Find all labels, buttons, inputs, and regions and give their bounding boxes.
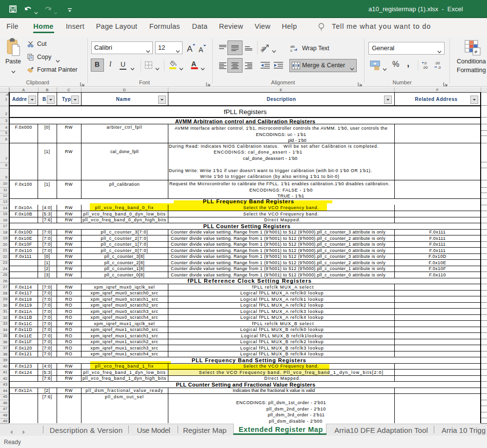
svg-text:A: A [187, 44, 193, 53]
svg-text:A: A [199, 46, 203, 53]
svg-text:.0: .0 [424, 61, 426, 65]
svg-text:.00: .00 [423, 65, 427, 70]
svg-text:.00: .00 [435, 61, 440, 65]
svg-text:A: A [191, 60, 196, 68]
svg-text:.0: .0 [438, 65, 441, 70]
svg-text:≠: ≠ [474, 49, 477, 55]
svg-text:ab: ab [261, 45, 267, 53]
svg-text:c: c [290, 48, 292, 52]
